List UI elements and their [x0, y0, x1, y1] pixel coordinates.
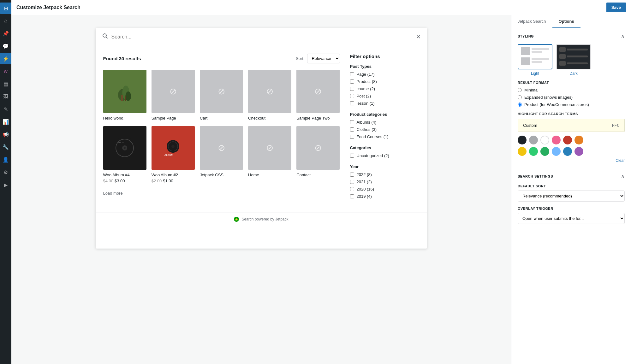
filter-checkbox[interactable] [350, 94, 354, 98]
sidebar-icon-analytics[interactable]: 📊 [0, 116, 11, 127]
sidebar-icon-comments[interactable]: 💬 [0, 40, 11, 52]
filter-item[interactable]: Food Courses (1) [350, 134, 420, 139]
swatch-pink[interactable] [552, 136, 561, 144]
sidebar-icon-pin[interactable]: 📌 [0, 28, 11, 39]
close-icon[interactable]: ✕ [416, 33, 421, 40]
swatch-purple[interactable] [574, 147, 583, 156]
filter-checkbox[interactable] [350, 154, 354, 158]
sidebar-icon-jetpack[interactable]: ⚡ [0, 53, 11, 64]
radio-expanded-label: Expanded (shows images) [524, 95, 573, 100]
swatch-white[interactable] [540, 136, 549, 144]
collapse-icon[interactable]: ∧ [621, 33, 625, 39]
search-settings-title: Search settings [518, 174, 553, 178]
filter-section-title: Post Types [350, 64, 420, 69]
radio-product[interactable] [518, 103, 522, 107]
radio-minimal[interactable] [518, 88, 522, 92]
overlay-trigger-select[interactable]: Open when user submits the for... Open w… [518, 213, 625, 224]
product-card: ⊘ Cart [200, 70, 243, 121]
style-option-light[interactable]: Light [518, 44, 552, 76]
filter-item[interactable]: Post (2) [350, 94, 420, 98]
search-input[interactable] [111, 34, 413, 40]
filter-item[interactable]: lesson (1) [350, 101, 420, 106]
svg-text:ALBUM: ALBUM [164, 154, 173, 156]
swatch-gray[interactable] [529, 136, 538, 144]
tab-options[interactable]: Options [552, 15, 580, 28]
filter-item[interactable]: 2021 (2) [350, 179, 420, 184]
filter-checkbox[interactable] [350, 127, 354, 132]
filter-item[interactable]: Page (17) [350, 72, 420, 77]
sidebar-icon-video[interactable]: ▶ [0, 179, 11, 191]
filter-item[interactable]: Clothes (3) [350, 127, 420, 132]
tab-jetpack-search[interactable]: Jetpack Search [511, 15, 552, 28]
swatch-red[interactable] [563, 136, 572, 144]
style-option-dark[interactable]: Dark [556, 44, 591, 76]
product-card: ⊘ Jetpack CSS [200, 126, 243, 183]
swatch-light-green[interactable] [529, 147, 538, 156]
swatch-light-blue[interactable] [552, 147, 561, 156]
placeholder-icon: ⊘ [314, 86, 322, 97]
highlight-box: Custom FFC [518, 119, 625, 132]
filter-checkbox[interactable] [350, 194, 354, 198]
swatch-blue[interactable] [563, 147, 572, 156]
swatch-orange[interactable] [574, 136, 583, 144]
filter-item[interactable]: course (2) [350, 86, 420, 91]
search-settings-collapse-icon[interactable]: ∧ [621, 173, 625, 179]
save-button[interactable]: Save [606, 3, 626, 12]
filter-checkbox[interactable] [350, 72, 354, 76]
filter-item[interactable]: Uncategorized (2) [350, 153, 420, 158]
jetpack-footer: ⚡ Search powered by Jetpack [96, 213, 427, 226]
product-thumbnail: ⊘ [248, 70, 291, 113]
product-card: ⊘ Home [248, 126, 291, 183]
filter-item[interactable]: 2019 (4) [350, 194, 420, 199]
filter-checkbox[interactable] [350, 87, 354, 91]
filter-checkbox[interactable] [350, 187, 354, 191]
svg-rect-5 [121, 95, 123, 101]
radio-expanded[interactable] [518, 95, 522, 99]
preview-area: ✕ Found 30 results Sort: Relevance Newe [11, 15, 511, 364]
load-more-link[interactable]: Load more [103, 191, 340, 196]
radio-option-product[interactable]: Product (for WooCommerce stores) [518, 102, 625, 107]
swatch-yellow[interactable] [518, 147, 527, 156]
filter-item[interactable]: Albums (4) [350, 120, 420, 125]
sidebar-icon-tools[interactable]: 🔧 [0, 141, 11, 153]
product-title: Sample Page Two [296, 115, 340, 121]
filter-checkbox[interactable] [350, 180, 354, 184]
swatch-black[interactable] [518, 136, 527, 144]
sidebar-icon-woocommerce[interactable]: W [0, 66, 11, 77]
jetpack-logo: ⚡ [234, 217, 239, 222]
filter-checkbox[interactable] [350, 79, 354, 84]
filter-checkbox[interactable] [350, 101, 354, 105]
results-header: Found 30 results Sort: Relevance Newest … [103, 54, 340, 63]
sidebar-icon-wp-logo[interactable]: ⊞ [0, 3, 11, 14]
overlay-trigger-title: OVERLAY TRIGGER [518, 207, 625, 210]
results-area: Found 30 results Sort: Relevance Newest … [103, 54, 340, 205]
sidebar-icon-settings[interactable]: ⚙ [0, 167, 11, 178]
sort-select[interactable]: Relevance Newest Oldest [307, 54, 340, 63]
color-swatches [518, 136, 625, 144]
jetpack-footer-text: Search powered by Jetpack [241, 217, 288, 221]
product-card: ⊘ Contact [296, 126, 340, 183]
radio-option-expanded[interactable]: Expanded (shows images) [518, 95, 625, 100]
sidebar-icon-pages[interactable]: ▤ [0, 78, 11, 90]
filter-item[interactable]: 2022 (8) [350, 172, 420, 177]
swatch-green[interactable] [540, 147, 549, 156]
sidebar-icon-media[interactable]: 🖼 [0, 91, 11, 102]
panel-tabs: Jetpack Search Options [511, 15, 631, 28]
filter-item[interactable]: Product (8) [350, 79, 420, 84]
placeholder-icon: ⊘ [170, 86, 177, 97]
clear-link[interactable]: Clear [518, 158, 625, 163]
sidebar-icon-marketing[interactable]: 📢 [0, 129, 11, 140]
default-sort-select[interactable]: Relevance (recommended) Newest Oldest [518, 191, 625, 202]
product-thumbnail: VINYL [103, 126, 146, 169]
filter-checkbox[interactable] [350, 173, 354, 177]
highlight-custom-label: Custom [523, 123, 537, 128]
topbar: Customize Jetpack Search Save [11, 0, 631, 15]
filter-item[interactable]: 2020 (16) [350, 187, 420, 191]
radio-option-minimal[interactable]: Minimal [518, 88, 625, 92]
product-price: $2.00$1.00 [152, 179, 195, 183]
sidebar-icon-users[interactable]: 👤 [0, 154, 11, 165]
sidebar-icon-posts[interactable]: ✎ [0, 103, 11, 115]
sidebar-icon-dashboard[interactable]: ⌂ [0, 15, 11, 26]
filter-checkbox[interactable] [350, 135, 354, 139]
filter-checkbox[interactable] [350, 120, 354, 124]
